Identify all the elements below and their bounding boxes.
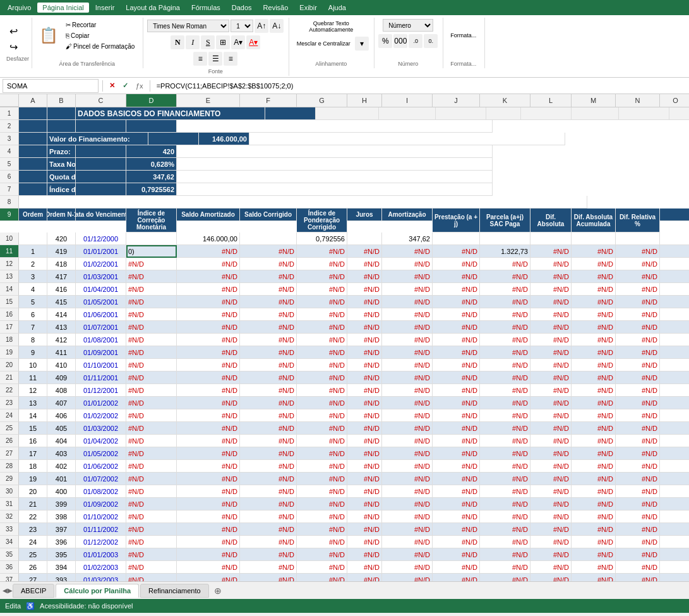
cell-N32[interactable]: #N/D: [616, 510, 660, 523]
cell-I36[interactable]: #N/D: [382, 561, 433, 574]
cell-J36[interactable]: #N/D: [433, 561, 480, 574]
cell-O18[interactable]: [660, 334, 689, 346]
row-header-23[interactable]: 23: [0, 397, 19, 409]
row-header-15[interactable]: 15: [0, 296, 19, 308]
cell-F37[interactable]: #N/D: [240, 574, 297, 581]
cell-F9[interactable]: Saldo Corrigido: [240, 208, 297, 221]
cell-J30[interactable]: #N/D: [433, 485, 480, 498]
cell-O25[interactable]: [660, 422, 689, 435]
cell-E18[interactable]: #N/D: [177, 334, 240, 346]
cell-O21[interactable]: [660, 371, 689, 384]
cell-J34[interactable]: #N/D: [433, 536, 480, 548]
cell-C4[interactable]: [76, 145, 126, 158]
cell-K35[interactable]: #N/D: [480, 548, 530, 561]
cell-L21[interactable]: #N/D: [530, 371, 572, 384]
cell-L36[interactable]: #N/D: [530, 561, 572, 574]
cell-H18[interactable]: #N/D: [347, 334, 382, 346]
cell-B36[interactable]: 394: [47, 561, 76, 574]
cell-E21[interactable]: #N/D: [177, 371, 240, 384]
cell-O20[interactable]: [660, 359, 689, 371]
col-header-K[interactable]: K: [480, 94, 530, 107]
cell-I15[interactable]: #N/D: [382, 296, 433, 308]
cell-C27[interactable]: 01/05/2002: [76, 447, 126, 460]
cell-B16[interactable]: 414: [47, 308, 76, 321]
row-header-36[interactable]: 36: [0, 561, 19, 574]
scroll-tabs-left[interactable]: ◀: [3, 587, 8, 594]
cell-M25[interactable]: #N/D: [572, 422, 616, 435]
cell-D34[interactable]: #N/D: [126, 536, 177, 548]
cell-D31[interactable]: #N/D: [126, 498, 177, 510]
cell-B30[interactable]: 400: [47, 485, 76, 498]
cell-A3[interactable]: [19, 133, 47, 145]
cell-H21[interactable]: #N/D: [347, 371, 382, 384]
cell-F14[interactable]: #N/D: [240, 283, 297, 296]
cell-F30[interactable]: #N/D: [240, 485, 297, 498]
undo-button[interactable]: ↩: [6, 24, 29, 39]
cell-O30[interactable]: [660, 485, 689, 498]
cell-D36[interactable]: #N/D: [126, 561, 177, 574]
cell-D12[interactable]: #N/D: [126, 258, 177, 270]
cell-M20[interactable]: #N/D: [572, 359, 616, 371]
cell-L24[interactable]: #N/D: [530, 409, 572, 422]
cell-N16[interactable]: #N/D: [616, 308, 660, 321]
cell-F29[interactable]: #N/D: [240, 473, 297, 485]
row-header-14[interactable]: 14: [0, 283, 19, 296]
cell-M16[interactable]: #N/D: [572, 308, 616, 321]
cell-J35[interactable]: #N/D: [433, 548, 480, 561]
wrap-text-button[interactable]: Quebrar Texto Automaticamente: [293, 19, 369, 34]
cell-B7[interactable]: Índice de Ponderação:: [47, 183, 76, 196]
cell-B5[interactable]: Taxa Nominal Mensal:: [47, 158, 76, 171]
cell-A9[interactable]: Ordem: [19, 208, 47, 221]
border-button[interactable]: ⊞: [216, 35, 230, 49]
cell-C1[interactable]: DADOS BASICOS DO FINANCIAMENTO: [76, 107, 265, 120]
cell-C29[interactable]: 01/07/2002: [76, 473, 126, 485]
cell-K10[interactable]: [480, 233, 530, 245]
cell-O28[interactable]: [660, 460, 689, 473]
cell-H27[interactable]: #N/D: [347, 447, 382, 460]
cell-L18[interactable]: #N/D: [530, 334, 572, 346]
cell-N23[interactable]: #N/D: [616, 397, 660, 409]
cell-F36[interactable]: #N/D: [240, 561, 297, 574]
cell-H23[interactable]: #N/D: [347, 397, 382, 409]
cell-C12[interactable]: 01/02/2001: [76, 258, 126, 270]
cell-G20[interactable]: #N/D: [297, 359, 347, 371]
cell-C30[interactable]: 01/08/2002: [76, 485, 126, 498]
cell-I1[interactable]: [521, 107, 572, 120]
cell-C31[interactable]: 01/09/2002: [76, 498, 126, 510]
increase-decimal-button[interactable]: .0: [409, 34, 422, 48]
cell-L37[interactable]: #N/D: [530, 574, 572, 581]
cell-K28[interactable]: #N/D: [480, 460, 530, 473]
cell-C2[interactable]: [76, 120, 126, 133]
cell-C11[interactable]: 01/01/2001: [76, 245, 126, 258]
cell-L23[interactable]: #N/D: [530, 397, 572, 409]
cell-G37[interactable]: #N/D: [297, 574, 347, 581]
cell-O32[interactable]: [660, 510, 689, 523]
cell-O16[interactable]: [660, 308, 689, 321]
row-header-1[interactable]: 1: [0, 107, 19, 120]
row-header-20[interactable]: 20: [0, 359, 19, 371]
cell-A16[interactable]: 6: [19, 308, 47, 321]
cell-K1[interactable]: [619, 107, 669, 120]
menu-arquivo[interactable]: Arquivo: [3, 3, 36, 13]
cell-G13[interactable]: #N/D: [297, 270, 347, 283]
col-header-I[interactable]: I: [382, 94, 433, 107]
cell-D11[interactable]: 0): [126, 245, 177, 258]
cell-E36[interactable]: #N/D: [177, 561, 240, 574]
cell-C22[interactable]: 01/12/2001: [76, 384, 126, 397]
cell-B23[interactable]: 407: [47, 397, 76, 409]
cell-E25[interactable]: #N/D: [177, 422, 240, 435]
cell-L35[interactable]: #N/D: [530, 548, 572, 561]
cell-O35[interactable]: [660, 548, 689, 561]
cell-M34[interactable]: #N/D: [572, 536, 616, 548]
cell-M15[interactable]: #N/D: [572, 296, 616, 308]
cell-L34[interactable]: #N/D: [530, 536, 572, 548]
cell-M23[interactable]: #N/D: [572, 397, 616, 409]
cell-J1[interactable]: [572, 107, 619, 120]
cell-H25[interactable]: #N/D: [347, 422, 382, 435]
cell-J18[interactable]: #N/D: [433, 334, 480, 346]
cell-F22[interactable]: #N/D: [240, 384, 297, 397]
menu-inserir[interactable]: Inserir: [90, 3, 120, 13]
cell-L30[interactable]: #N/D: [530, 485, 572, 498]
cell-K19[interactable]: #N/D: [480, 346, 530, 359]
cell-D22[interactable]: #N/D: [126, 384, 177, 397]
